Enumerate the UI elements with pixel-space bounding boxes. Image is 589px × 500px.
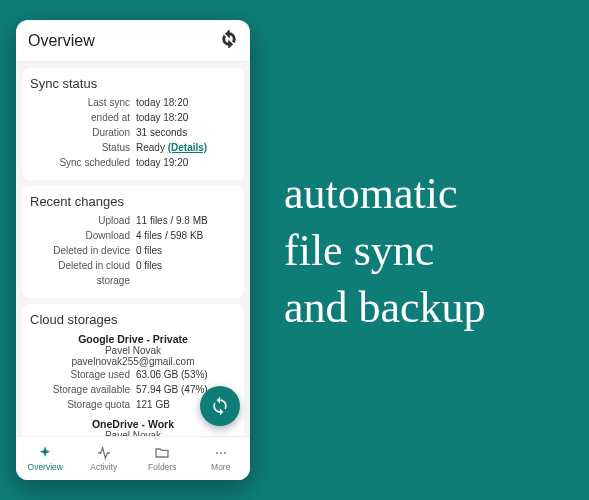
tab-overview[interactable]: Overview <box>16 437 75 480</box>
tab-folders[interactable]: Folders <box>133 437 192 480</box>
cloud-storages-heading: Cloud storages <box>30 312 236 327</box>
sync-icon[interactable] <box>220 30 238 52</box>
content-scroll[interactable]: Sync status Last synctoday 18:20 ended a… <box>16 62 250 436</box>
activity-icon <box>96 445 112 461</box>
kv-row: Download4 files / 598 KB <box>30 228 236 243</box>
marketing-tagline: automatic file sync and backup <box>284 165 486 337</box>
svg-point-2 <box>224 452 226 454</box>
kv-row: Deleted in cloud storage0 files <box>30 258 236 288</box>
page-title: Overview <box>28 32 220 50</box>
app-header: Overview <box>16 20 250 62</box>
sparkle-icon <box>37 445 53 461</box>
details-link[interactable]: (Details) <box>168 142 207 153</box>
recent-changes-card: Recent changes Upload11 files / 9.8 MB D… <box>22 186 244 298</box>
svg-point-0 <box>216 452 218 454</box>
sync-status-card: Sync status Last synctoday 18:20 ended a… <box>22 68 244 180</box>
tab-activity[interactable]: Activity <box>75 437 134 480</box>
kv-row: Upload11 files / 9.8 MB <box>30 213 236 228</box>
tab-more[interactable]: More <box>192 437 251 480</box>
kv-row: StatusReady (Details) <box>30 140 236 155</box>
provider-block: OneDrive - Work Pavel Novak pavel@novakl… <box>30 418 236 436</box>
more-icon <box>213 445 229 461</box>
sync-icon <box>210 396 230 416</box>
phone-frame: Overview Sync status Last synctoday 18:2… <box>16 20 250 480</box>
kv-row: ended attoday 18:20 <box>30 110 236 125</box>
recent-changes-heading: Recent changes <box>30 194 236 209</box>
kv-row: Duration31 seconds <box>30 125 236 140</box>
provider-block: Google Drive - Private Pavel Novak pavel… <box>30 333 236 367</box>
folder-icon <box>154 445 170 461</box>
sync-status-heading: Sync status <box>30 76 236 91</box>
svg-point-1 <box>220 452 222 454</box>
bottom-nav: Overview Activity Folders More <box>16 436 250 480</box>
kv-row: Deleted in device0 files <box>30 243 236 258</box>
sync-fab[interactable] <box>200 386 240 426</box>
kv-row: Sync scheduledtoday 19:20 <box>30 155 236 170</box>
kv-row: Storage used63.06 GB (53%) <box>30 367 236 382</box>
kv-row: Last synctoday 18:20 <box>30 95 236 110</box>
